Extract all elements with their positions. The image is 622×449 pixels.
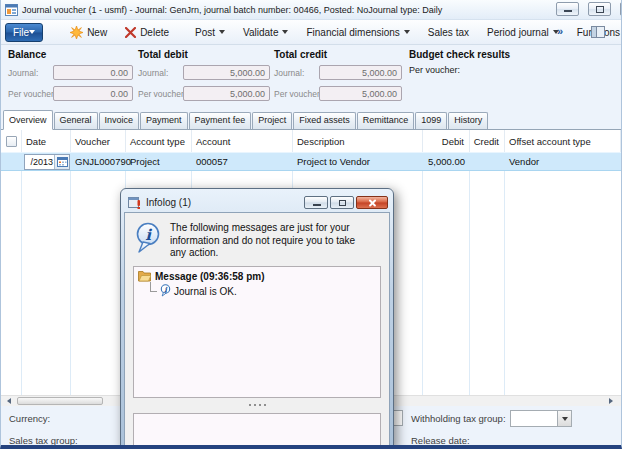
tree-elbow-icon <box>150 282 157 292</box>
calendar-picker-button[interactable] <box>54 155 69 169</box>
tab-history[interactable]: History <box>448 112 488 129</box>
col-header-description[interactable]: Description <box>293 130 423 152</box>
col-header-account-type[interactable]: Account type <box>126 130 192 152</box>
chevron-down-icon <box>282 30 288 34</box>
infolog-close-button[interactable] <box>356 196 388 209</box>
delete-button[interactable]: Delete <box>116 22 178 43</box>
col-header-credit[interactable]: Credit <box>470 130 505 152</box>
minimize-icon <box>564 10 572 12</box>
col-header-voucher[interactable]: Voucher <box>71 130 126 152</box>
toolbar: File New Delete Post Validate Financial … <box>1 20 621 45</box>
debit-cell[interactable]: 5,000.00 <box>423 153 470 170</box>
total-debit-journal-field: 5,000.00 <box>183 65 270 80</box>
delete-x-icon <box>125 27 136 38</box>
balance-per-voucher-field: 0.00 <box>53 86 133 101</box>
message-item[interactable]: i Journal is OK. <box>150 282 376 297</box>
splitter-dot <box>264 404 266 406</box>
balance-group: Balance Journal: 0.00 Per voucher: 0.00 <box>8 49 133 107</box>
tab-project[interactable]: Project <box>252 112 292 129</box>
tab-payment-fee[interactable]: Payment fee <box>189 112 252 129</box>
post-label: Post <box>195 27 215 38</box>
table-row[interactable]: /2013 GNJL000790 Pr <box>1 152 621 171</box>
date-cell: /2013 <box>22 153 71 170</box>
tab-strip: Overview General Invoice Payment Payment… <box>1 108 621 130</box>
arrow-right-icon <box>609 398 613 404</box>
withholding-tax-group-select[interactable] <box>510 410 572 427</box>
col-header-date[interactable]: Date <box>22 130 71 152</box>
splitter-dot <box>259 404 261 406</box>
validate-label: Validate <box>243 27 278 38</box>
tab-payment[interactable]: Payment <box>140 112 188 129</box>
delete-label: Delete <box>140 27 169 38</box>
infolog-splitter[interactable] <box>133 398 381 413</box>
total-credit-per-voucher-label: Per voucher: <box>274 89 319 99</box>
message-folder-icon <box>138 271 151 282</box>
maximize-button[interactable] <box>588 2 611 16</box>
scroll-left-button[interactable] <box>3 396 15 406</box>
financial-dimensions-menu-button[interactable]: Financial dimensions <box>297 22 418 43</box>
credit-cell[interactable] <box>470 153 505 170</box>
message-group-label: Message (09:36:58 pm) <box>155 271 265 282</box>
file-menu-button[interactable]: File <box>5 23 43 42</box>
toolbar-overflow-button[interactable]: » <box>557 25 563 37</box>
new-button[interactable]: New <box>61 22 116 43</box>
journal-voucher-app-icon <box>5 3 18 16</box>
period-journal-menu-button[interactable]: Period journal <box>478 22 568 43</box>
infolog-intro-text: The following messages are just for your… <box>170 222 374 260</box>
budget-check-title: Budget check results <box>409 49 510 60</box>
sales-tax-button[interactable]: Sales tax <box>419 22 478 43</box>
chevron-down-icon <box>219 30 225 34</box>
account-cell[interactable]: 000057 <box>192 153 293 170</box>
offset-account-type-cell[interactable]: Vendor <box>505 153 621 170</box>
col-header-account[interactable]: Account <box>192 130 293 152</box>
validate-menu-button[interactable]: Validate <box>234 22 297 43</box>
combo-dropdown-button[interactable] <box>557 411 571 426</box>
infolog-dialog: Infolog (1) i The fol <box>120 188 394 449</box>
withholding-tax-group-label: Withholding tax group: <box>411 413 506 424</box>
infolog-app-icon <box>128 196 141 209</box>
infolog-titlebar[interactable]: Infolog (1) <box>124 192 390 212</box>
tab-general[interactable]: General <box>54 112 98 129</box>
chevron-down-icon <box>29 30 35 34</box>
release-date-label: Release date: <box>411 435 470 446</box>
financial-dimensions-label: Financial dimensions <box>306 27 399 38</box>
new-star-icon <box>70 26 83 39</box>
account-type-cell[interactable]: Project <box>126 153 192 170</box>
balance-journal-field: 0.00 <box>53 65 133 80</box>
infolog-message-list[interactable]: Message (09:36:58 pm) i Journal is OK. <box>133 266 381 398</box>
budget-per-voucher-label: Per voucher: <box>409 65 460 75</box>
post-menu-button[interactable]: Post <box>186 22 234 43</box>
period-journal-label: Period journal <box>487 27 549 38</box>
minimize-button[interactable] <box>556 2 579 16</box>
infolog-maximize-button[interactable] <box>330 196 354 209</box>
tab-invoice[interactable]: Invoice <box>99 112 140 129</box>
total-debit-title: Total debit <box>138 49 270 60</box>
select-all-checkbox[interactable] <box>6 136 17 147</box>
col-header-debit[interactable]: Debit <box>423 130 470 152</box>
tab-remittance[interactable]: Remittance <box>357 112 415 129</box>
date-input[interactable]: /2013 <box>24 154 70 170</box>
row-selector-cell[interactable] <box>1 153 22 170</box>
balance-title: Balance <box>8 49 133 60</box>
tab-overview[interactable]: Overview <box>3 110 53 130</box>
maximize-icon <box>339 200 346 206</box>
chevron-down-icon <box>562 417 568 421</box>
infolog-detail-pane[interactable] <box>133 413 381 449</box>
infolog-body: i The following messages are just for yo… <box>124 212 390 447</box>
infolog-title: Infolog (1) <box>146 197 304 208</box>
tab-fixed-assets[interactable]: Fixed assets <box>293 112 356 129</box>
total-debit-group: Total debit Journal: 5,000.00 Per vouche… <box>138 49 270 107</box>
voucher-cell[interactable]: GNJL000790 <box>71 153 126 170</box>
message-group-header[interactable]: Message (09:36:58 pm) <box>138 271 376 282</box>
description-cell[interactable]: Project to Vendor <box>293 153 423 170</box>
total-credit-journal-label: Journal: <box>274 68 319 78</box>
layout-pane-icon[interactable] <box>591 26 605 38</box>
splitter-dot <box>254 404 256 406</box>
info-mini-icon: i <box>160 284 171 297</box>
minimize-icon <box>313 204 321 206</box>
tab-1099[interactable]: 1099 <box>415 112 447 129</box>
scrollbar-thumb[interactable] <box>17 397 103 405</box>
col-header-offset-account-type[interactable]: Offset account type <box>505 130 621 152</box>
scroll-right-button[interactable] <box>605 396 617 406</box>
infolog-minimize-button[interactable] <box>304 196 328 209</box>
